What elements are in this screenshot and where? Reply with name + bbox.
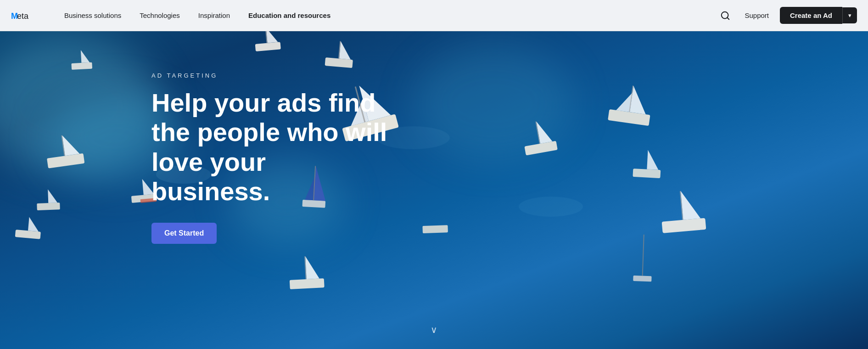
create-ad-dropdown-button[interactable]: ▾ — [842, 7, 857, 23]
search-icon — [720, 11, 730, 21]
svg-text:eta: eta — [17, 11, 29, 21]
nav-item-inspiration[interactable]: Inspiration — [191, 8, 237, 23]
svg-line-3 — [728, 17, 729, 19]
main-nav: Business solutions Technologies Inspirat… — [57, 8, 717, 23]
search-button[interactable] — [717, 7, 734, 24]
hero-title: Help your ads find the people who will l… — [151, 88, 390, 207]
meta-logo[interactable]: M eta — [11, 9, 39, 23]
navbar-right: Support Create an Ad ▾ — [717, 7, 857, 24]
nav-item-education-resources[interactable]: Education and resources — [241, 8, 338, 23]
water-patch-4 — [413, 46, 574, 161]
hero-content: Ad targeting Help your ads find the peop… — [151, 31, 390, 257]
hero-section: Ad targeting Help your ads find the peop… — [0, 0, 868, 349]
meta-logo-icon: M eta — [11, 9, 39, 23]
scroll-indicator[interactable]: ∨ — [431, 324, 437, 335]
navbar: M eta Business solutions Technologies In… — [0, 0, 868, 31]
create-ad-button[interactable]: Create an Ad — [780, 7, 842, 24]
hero-label: Ad targeting — [151, 72, 390, 79]
nav-item-technologies[interactable]: Technologies — [132, 8, 187, 23]
nav-item-business-solutions[interactable]: Business solutions — [57, 8, 129, 23]
create-ad-wrapper: Create an Ad ▾ — [780, 7, 857, 24]
support-link[interactable]: Support — [745, 11, 769, 19]
chevron-down-icon: ▾ — [848, 12, 851, 19]
get-started-button[interactable]: Get Started — [151, 223, 217, 244]
